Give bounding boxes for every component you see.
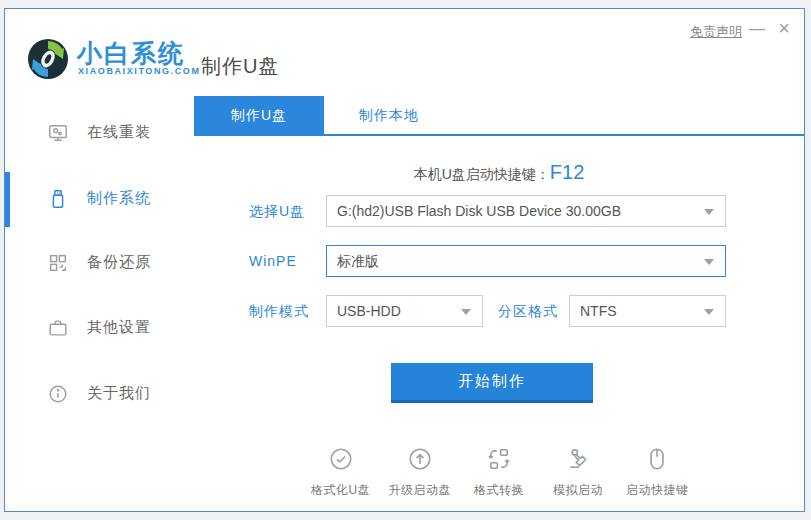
sidebar-item-label: 制作系统: [87, 189, 151, 208]
hotkey-value: F12: [550, 161, 584, 183]
footer-tools: 格式化U盘 升级启动盘 格式转换: [194, 446, 804, 499]
tool-label: 格式化U盘: [311, 482, 370, 499]
app-window: 免责声明 — × 小白系统 XIAOBAIXITONG.COM 制作U盘 在线重…: [4, 8, 805, 512]
hotkey-prefix: 本机U盘启动快捷键：: [414, 166, 550, 182]
partition-format-value: NTFS: [580, 303, 617, 319]
usb-select-value: G:(hd2)USB Flash Disk USB Device 30.00GB: [337, 203, 621, 219]
close-button[interactable]: ×: [774, 17, 794, 39]
sidebar-item-about-us[interactable]: 关于我们: [5, 367, 194, 422]
convert-icon: [486, 446, 512, 476]
sidebar-item-backup-restore[interactable]: 备份还原: [5, 236, 194, 291]
tool-simulate-boot[interactable]: 模拟启动: [547, 446, 609, 499]
tool-upgrade-boot-disk[interactable]: 升级启动盘: [389, 446, 452, 499]
info-icon: [47, 383, 69, 405]
page-title: 制作U盘: [201, 53, 279, 80]
sidebar-item-make-system[interactable]: 制作系统: [5, 172, 194, 227]
chevron-down-icon: [704, 209, 714, 215]
chevron-down-icon: [704, 259, 714, 265]
sidebar-item-label: 备份还原: [87, 253, 151, 272]
sidebar-item-online-reinstall[interactable]: 在线重装: [5, 106, 194, 161]
tool-label: 模拟启动: [553, 482, 603, 499]
tool-format-convert[interactable]: 格式转换: [468, 446, 530, 499]
tool-label: 启动快捷键: [626, 482, 689, 499]
sidebar-item-other-settings[interactable]: 其他设置: [5, 301, 194, 356]
monitor-icon: [47, 122, 69, 144]
tab-make-usb[interactable]: 制作U盘: [194, 96, 324, 134]
make-mode-dropdown[interactable]: USB-HDD: [326, 295, 483, 327]
brand-logo-icon: [26, 37, 70, 81]
minimize-button[interactable]: —: [748, 19, 766, 39]
hotkey-line: 本机U盘启动快捷键：F12: [194, 161, 804, 184]
partition-format-label: 分区格式: [498, 295, 558, 327]
sidebar-item-label: 其他设置: [87, 318, 151, 337]
brand-domain: XIAOBAIXITONG.COM: [78, 66, 201, 76]
mouse-icon: [644, 446, 670, 476]
disclaimer-link[interactable]: 免责声明: [690, 23, 742, 41]
winpe-value: 标准版: [337, 253, 379, 269]
tool-format-usb[interactable]: 格式化U盘: [310, 446, 372, 499]
winpe-label: WinPE: [249, 245, 297, 277]
briefcase-icon: [47, 317, 69, 339]
check-circle-icon: [328, 446, 354, 476]
winpe-dropdown[interactable]: 标准版: [326, 245, 726, 277]
tool-label: 升级启动盘: [389, 482, 452, 499]
sidebar-item-label: 关于我们: [87, 384, 151, 403]
make-mode-value: USB-HDD: [337, 303, 401, 319]
chevron-down-icon: [461, 309, 471, 315]
make-mode-label: 制作模式: [249, 295, 309, 327]
tool-boot-hotkey[interactable]: 启动快捷键: [626, 446, 689, 499]
arrow-up-circle-icon: [407, 446, 433, 476]
tool-label: 格式转换: [474, 482, 524, 499]
usb-icon: [47, 188, 69, 210]
tabbar: 制作U盘 制作本地: [194, 96, 804, 136]
usb-select-label: 选择U盘: [249, 195, 305, 227]
stamp-icon: [565, 446, 591, 476]
usb-select-dropdown[interactable]: G:(hd2)USB Flash Disk USB Device 30.00GB: [326, 195, 726, 227]
grid-icon: [47, 252, 69, 274]
tab-make-local[interactable]: 制作本地: [324, 96, 454, 134]
start-make-button[interactable]: 开始制作: [391, 363, 593, 403]
chevron-down-icon: [704, 309, 714, 315]
partition-format-dropdown[interactable]: NTFS: [569, 295, 726, 327]
sidebar-item-label: 在线重装: [87, 123, 151, 142]
